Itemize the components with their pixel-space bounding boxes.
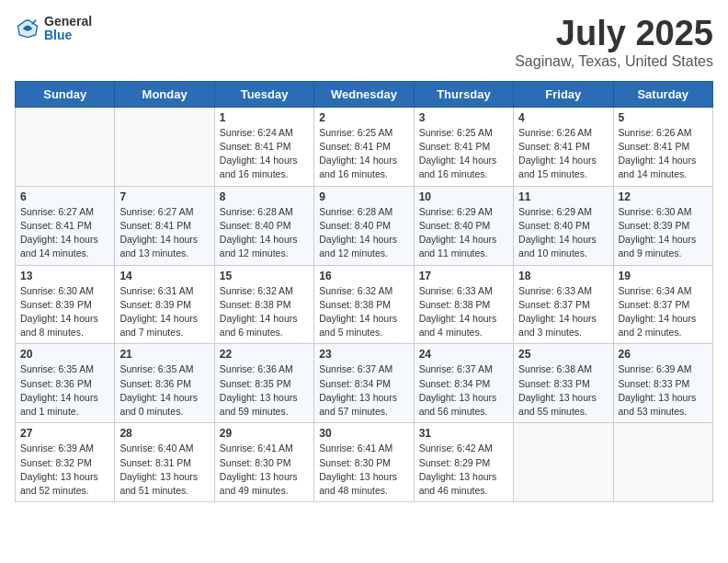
logo-blue-text: Blue — [44, 29, 92, 42]
day-info: Sunrise: 6:32 AMSunset: 8:38 PMDaylight:… — [319, 284, 408, 340]
calendar-cell: 24Sunrise: 6:37 AMSunset: 8:34 PMDayligh… — [414, 344, 513, 423]
calendar-cell: 6Sunrise: 6:27 AMSunset: 8:41 PMDaylight… — [16, 186, 115, 265]
calendar-cell: 16Sunrise: 6:32 AMSunset: 8:38 PMDayligh… — [314, 265, 414, 344]
day-number: 1 — [220, 111, 309, 124]
calendar-cell — [613, 423, 712, 502]
calendar-cell: 29Sunrise: 6:41 AMSunset: 8:30 PMDayligh… — [214, 423, 313, 502]
calendar-cell: 3Sunrise: 6:25 AMSunset: 8:41 PMDaylight… — [414, 107, 513, 186]
day-info: Sunrise: 6:28 AMSunset: 8:40 PMDaylight:… — [220, 205, 309, 261]
day-number: 31 — [419, 427, 508, 440]
day-number: 12 — [619, 190, 708, 203]
day-info: Sunrise: 6:35 AMSunset: 8:36 PMDaylight:… — [119, 362, 209, 419]
calendar-cell: 9Sunrise: 6:28 AMSunset: 8:40 PMDaylight… — [314, 186, 414, 265]
day-number: 4 — [518, 111, 608, 124]
day-info: Sunrise: 6:33 AMSunset: 8:38 PMDaylight:… — [419, 284, 508, 340]
day-info: Sunrise: 6:25 AMSunset: 8:41 PMDaylight:… — [419, 126, 508, 182]
logo-icon — [15, 16, 40, 41]
calendar-cell: 30Sunrise: 6:41 AMSunset: 8:30 PMDayligh… — [314, 423, 414, 502]
calendar-cell: 7Sunrise: 6:27 AMSunset: 8:41 PMDaylight… — [115, 186, 214, 265]
main-title: July 2025 — [515, 15, 713, 53]
day-of-week-monday: Monday — [115, 81, 214, 107]
calendar-body: 1Sunrise: 6:24 AMSunset: 8:41 PMDaylight… — [16, 107, 713, 501]
day-number: 10 — [419, 190, 508, 203]
day-number: 23 — [319, 348, 408, 361]
page-header: General Blue July 2025 Saginaw, Texas, U… — [15, 15, 713, 70]
calendar-cell: 4Sunrise: 6:26 AMSunset: 8:41 PMDaylight… — [514, 107, 613, 186]
sub-title: Saginaw, Texas, United States — [515, 53, 713, 70]
day-number: 27 — [20, 427, 109, 440]
day-of-week-sunday: Sunday — [16, 81, 115, 107]
day-number: 17 — [419, 270, 508, 282]
day-info: Sunrise: 6:25 AMSunset: 8:41 PMDaylight:… — [319, 126, 408, 182]
calendar-cell: 8Sunrise: 6:28 AMSunset: 8:40 PMDaylight… — [214, 186, 313, 265]
day-info: Sunrise: 6:27 AMSunset: 8:41 PMDaylight:… — [119, 205, 209, 261]
day-info: Sunrise: 6:40 AMSunset: 8:31 PMDaylight:… — [119, 442, 209, 498]
calendar-cell — [16, 107, 115, 186]
logo: General Blue — [15, 15, 92, 43]
day-number: 16 — [319, 270, 408, 282]
day-of-week-thursday: Thursday — [414, 81, 513, 107]
day-info: Sunrise: 6:32 AMSunset: 8:38 PMDaylight:… — [220, 284, 309, 340]
calendar-cell — [115, 107, 214, 186]
day-number: 13 — [20, 270, 109, 282]
day-info: Sunrise: 6:30 AMSunset: 8:39 PMDaylight:… — [20, 284, 109, 340]
day-of-week-wednesday: Wednesday — [314, 81, 414, 107]
day-info: Sunrise: 6:27 AMSunset: 8:41 PMDaylight:… — [20, 205, 109, 261]
days-of-week-row: SundayMondayTuesdayWednesdayThursdayFrid… — [16, 81, 713, 107]
day-number: 2 — [319, 111, 408, 124]
calendar-cell: 2Sunrise: 6:25 AMSunset: 8:41 PMDaylight… — [314, 107, 414, 186]
day-info: Sunrise: 6:26 AMSunset: 8:41 PMDaylight:… — [619, 126, 708, 182]
calendar-cell: 20Sunrise: 6:35 AMSunset: 8:36 PMDayligh… — [16, 344, 115, 423]
day-info: Sunrise: 6:42 AMSunset: 8:29 PMDaylight:… — [419, 442, 508, 498]
calendar-cell: 19Sunrise: 6:34 AMSunset: 8:37 PMDayligh… — [613, 265, 712, 344]
calendar-cell: 10Sunrise: 6:29 AMSunset: 8:40 PMDayligh… — [414, 186, 513, 265]
day-number: 5 — [619, 111, 708, 124]
day-info: Sunrise: 6:39 AMSunset: 8:32 PMDaylight:… — [20, 442, 109, 498]
day-number: 15 — [220, 270, 309, 282]
calendar-cell: 11Sunrise: 6:29 AMSunset: 8:40 PMDayligh… — [514, 186, 613, 265]
day-info: Sunrise: 6:41 AMSunset: 8:30 PMDaylight:… — [319, 442, 408, 498]
day-number: 20 — [20, 348, 109, 361]
day-info: Sunrise: 6:39 AMSunset: 8:33 PMDaylight:… — [619, 362, 708, 419]
day-info: Sunrise: 6:31 AMSunset: 8:39 PMDaylight:… — [119, 284, 209, 340]
day-info: Sunrise: 6:29 AMSunset: 8:40 PMDaylight:… — [518, 205, 608, 261]
day-info: Sunrise: 6:38 AMSunset: 8:33 PMDaylight:… — [518, 362, 608, 419]
day-info: Sunrise: 6:37 AMSunset: 8:34 PMDaylight:… — [419, 362, 508, 419]
day-number: 8 — [220, 190, 309, 203]
calendar-header: SundayMondayTuesdayWednesdayThursdayFrid… — [16, 81, 713, 107]
day-number: 22 — [220, 348, 309, 361]
calendar-cell: 21Sunrise: 6:35 AMSunset: 8:36 PMDayligh… — [115, 344, 214, 423]
day-number: 24 — [419, 348, 508, 361]
day-number: 28 — [119, 427, 209, 440]
calendar-cell: 1Sunrise: 6:24 AMSunset: 8:41 PMDaylight… — [214, 107, 313, 186]
calendar-cell — [514, 423, 613, 502]
calendar-cell: 22Sunrise: 6:36 AMSunset: 8:35 PMDayligh… — [214, 344, 313, 423]
day-number: 7 — [119, 190, 209, 203]
day-info: Sunrise: 6:30 AMSunset: 8:39 PMDaylight:… — [619, 205, 708, 261]
calendar-cell: 14Sunrise: 6:31 AMSunset: 8:39 PMDayligh… — [115, 265, 214, 344]
calendar-cell: 28Sunrise: 6:40 AMSunset: 8:31 PMDayligh… — [115, 423, 214, 502]
day-info: Sunrise: 6:26 AMSunset: 8:41 PMDaylight:… — [518, 126, 608, 182]
logo-text: General Blue — [44, 15, 92, 43]
calendar-cell: 26Sunrise: 6:39 AMSunset: 8:33 PMDayligh… — [613, 344, 712, 423]
calendar-week-2: 6Sunrise: 6:27 AMSunset: 8:41 PMDaylight… — [16, 186, 713, 265]
day-info: Sunrise: 6:28 AMSunset: 8:40 PMDaylight:… — [319, 205, 408, 261]
calendar-cell: 27Sunrise: 6:39 AMSunset: 8:32 PMDayligh… — [16, 423, 115, 502]
calendar-table: SundayMondayTuesdayWednesdayThursdayFrid… — [15, 81, 713, 502]
day-of-week-saturday: Saturday — [613, 81, 712, 107]
day-number: 6 — [20, 190, 109, 203]
day-info: Sunrise: 6:41 AMSunset: 8:30 PMDaylight:… — [220, 442, 309, 498]
day-number: 25 — [518, 348, 608, 361]
day-number: 3 — [419, 111, 508, 124]
calendar-cell: 25Sunrise: 6:38 AMSunset: 8:33 PMDayligh… — [514, 344, 613, 423]
day-number: 18 — [518, 270, 608, 282]
day-info: Sunrise: 6:37 AMSunset: 8:34 PMDaylight:… — [319, 362, 408, 419]
calendar-cell: 13Sunrise: 6:30 AMSunset: 8:39 PMDayligh… — [16, 265, 115, 344]
calendar-cell: 15Sunrise: 6:32 AMSunset: 8:38 PMDayligh… — [214, 265, 313, 344]
calendar-cell: 31Sunrise: 6:42 AMSunset: 8:29 PMDayligh… — [414, 423, 513, 502]
calendar-cell: 17Sunrise: 6:33 AMSunset: 8:38 PMDayligh… — [414, 265, 513, 344]
day-number: 19 — [619, 270, 708, 282]
day-info: Sunrise: 6:24 AMSunset: 8:41 PMDaylight:… — [220, 126, 309, 182]
day-number: 9 — [319, 190, 408, 203]
logo-general-text: General — [44, 15, 92, 29]
